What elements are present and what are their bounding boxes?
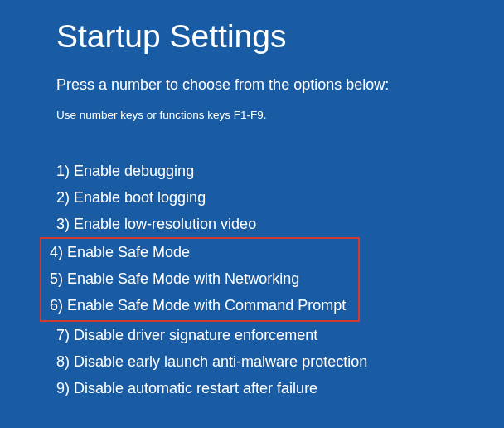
highlight-box: 4) Enable Safe Mode 5) Enable Safe Mode … xyxy=(40,237,360,322)
option-enable-safe-mode-command-prompt[interactable]: 6) Enable Safe Mode with Command Prompt xyxy=(41,292,358,319)
hint-text: Use number keys or functions keys F1-F9. xyxy=(56,109,504,121)
option-enable-safe-mode-networking[interactable]: 5) Enable Safe Mode with Networking xyxy=(41,265,358,292)
option-disable-automatic-restart[interactable]: 9) Disable automatic restart after failu… xyxy=(48,375,504,401)
option-enable-debugging[interactable]: 1) Enable debugging xyxy=(48,158,504,184)
page-title: Startup Settings xyxy=(56,18,504,55)
option-enable-boot-logging[interactable]: 2) Enable boot logging xyxy=(48,184,504,211)
option-enable-low-resolution-video[interactable]: 3) Enable low-resolution video xyxy=(48,211,504,237)
option-disable-driver-signature[interactable]: 7) Disable driver signature enforcement xyxy=(48,322,504,348)
option-disable-early-launch-antimalware[interactable]: 8) Disable early launch anti-malware pro… xyxy=(48,348,504,375)
options-list: 1) Enable debugging 2) Enable boot loggi… xyxy=(48,158,504,401)
option-enable-safe-mode[interactable]: 4) Enable Safe Mode xyxy=(41,239,358,265)
subtitle: Press a number to choose from the option… xyxy=(56,76,504,94)
